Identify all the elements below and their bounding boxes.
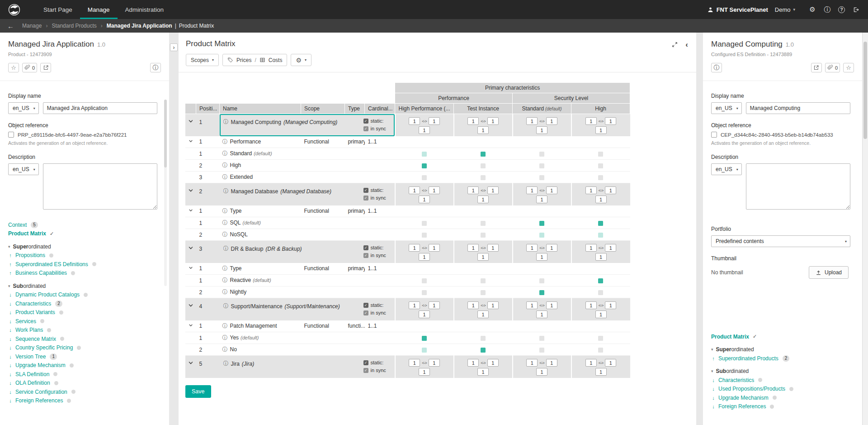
- info-icon[interactable]: ⓘ: [150, 63, 161, 72]
- cardinality-input[interactable]: [429, 186, 440, 194]
- cardinality-input[interactable]: [487, 117, 499, 125]
- cardinality-input[interactable]: [595, 196, 607, 203]
- cardinality-input[interactable]: [467, 186, 479, 194]
- matrix-cell[interactable]: [513, 148, 571, 160]
- matrix-cell[interactable]: [571, 172, 630, 183]
- cardinality-input[interactable]: [477, 310, 489, 318]
- matrix-cell[interactable]: [571, 160, 630, 172]
- matrix-cell[interactable]: [454, 160, 513, 172]
- option-name[interactable]: ⓘExtended: [220, 172, 301, 183]
- cardinality-input[interactable]: [546, 301, 557, 309]
- static-checkbox[interactable]: ✓static:: [363, 360, 392, 365]
- static-checkbox[interactable]: ✓static:: [363, 302, 392, 308]
- right-nav-item-foreign-references[interactable]: ↓Foreign References: [711, 402, 850, 411]
- column-header-type[interactable]: Type: [345, 104, 365, 114]
- cardinality-input[interactable]: [585, 359, 597, 367]
- cardinality-input[interactable]: [585, 244, 597, 252]
- left-nav-item-dynamic-product-catalogs[interactable]: ↓Dynamic Product Catalogs: [8, 291, 157, 300]
- cardinality-input[interactable]: [487, 186, 499, 194]
- option-name[interactable]: ⓘReactive(default): [220, 275, 301, 287]
- left-nav-item-business-capabilities[interactable]: ↑Business Capabilities: [8, 269, 157, 278]
- right-nav-item-product-matrix[interactable]: Product Matrix✓: [711, 332, 850, 341]
- cardinality-input[interactable]: [585, 186, 597, 194]
- cardinality-input[interactable]: [605, 301, 616, 309]
- cardinality-input[interactable]: [409, 359, 420, 367]
- cardinality-input[interactable]: [605, 186, 616, 194]
- save-button[interactable]: Save: [185, 385, 211, 398]
- right-nav-section-subordinated[interactable]: ▾Subordinated: [711, 367, 850, 376]
- matrix-cell[interactable]: [395, 229, 454, 241]
- cardinality-input[interactable]: [419, 253, 430, 261]
- matrix-settings-dropdown[interactable]: ⚙ ▾: [291, 54, 311, 66]
- characteristic-name[interactable]: ⓘPatch Management: [220, 320, 301, 332]
- chevron-down-icon[interactable]: [188, 360, 193, 366]
- info-icon[interactable]: ⓘ: [222, 220, 228, 226]
- left-nav-item-characteristics[interactable]: ↓Characteristics2: [8, 299, 157, 308]
- matrix-cell[interactable]: [513, 287, 571, 298]
- chevron-down-icon[interactable]: [188, 188, 193, 193]
- logout-icon[interactable]: [852, 7, 860, 13]
- insync-checkbox[interactable]: ✓in sync: [363, 368, 392, 373]
- matrix-cell[interactable]: [454, 148, 513, 160]
- cardinality-input[interactable]: [487, 359, 499, 367]
- left-nav-item-work-plans[interactable]: ↓Work Plans: [8, 326, 157, 335]
- info-icon[interactable]: ⓘ: [222, 150, 228, 157]
- matrix-cell[interactable]: [571, 148, 630, 160]
- language-select[interactable]: en_US ▾: [711, 102, 742, 114]
- right-nav-item-characteristics[interactable]: ↓Characteristics: [711, 376, 850, 385]
- matrix-cell[interactable]: [395, 217, 454, 229]
- column-header-cardinal[interactable]: Cardinal...: [365, 104, 395, 114]
- info-icon[interactable]: ⓘ: [222, 334, 228, 341]
- cardinality-input[interactable]: [595, 310, 607, 318]
- cardinality-input[interactable]: [467, 117, 479, 125]
- cardinality-input[interactable]: [409, 117, 420, 125]
- left-nav-item-service-configuration[interactable]: ↓Service Configuration: [8, 387, 157, 396]
- column-header-positi[interactable]: Positi...: [196, 104, 220, 114]
- left-nav-section-subordinated[interactable]: ▾Subordinated: [8, 282, 157, 291]
- info-icon[interactable]: ⓘ: [223, 118, 229, 126]
- cardinality-input[interactable]: [409, 244, 420, 252]
- option-name[interactable]: ⓘNightly: [220, 287, 301, 298]
- scrollbar-thumb[interactable]: [863, 42, 867, 139]
- left-nav-item-sequence-matrix[interactable]: ↓Sequence Matrix: [8, 334, 157, 344]
- cardinality-input[interactable]: [467, 244, 479, 252]
- user-menu[interactable]: FNT ServicePlanet: [708, 6, 768, 13]
- left-nav-item-ola-definition[interactable]: ↓OLA Definition: [8, 379, 157, 388]
- back-arrow-icon[interactable]: ←: [7, 22, 14, 30]
- matrix-cell[interactable]: [454, 332, 513, 344]
- cardinality-input[interactable]: [595, 368, 607, 376]
- left-nav-item-sla-definition[interactable]: ↓SLA Definition: [8, 370, 157, 379]
- matrix-cell[interactable]: [571, 287, 630, 298]
- info-icon[interactable]: ⓘ: [711, 63, 722, 72]
- language-select[interactable]: en_US ▾: [8, 102, 39, 114]
- info-icon[interactable]: ⓘ: [222, 162, 228, 168]
- chevron-down-icon[interactable]: [189, 139, 193, 143]
- object-reference-checkbox[interactable]: [711, 132, 717, 138]
- info-icon[interactable]: ⓘ: [223, 245, 229, 253]
- matrix-cell[interactable]: [395, 148, 454, 160]
- display-name-input[interactable]: [746, 102, 850, 114]
- matrix-cell[interactable]: [513, 229, 571, 241]
- cardinality-input[interactable]: [477, 196, 489, 203]
- info-icon[interactable]: ⓘ: [222, 277, 228, 283]
- info-icon[interactable]: ⓘ: [222, 346, 228, 353]
- window-scrollbar[interactable]: [862, 33, 868, 425]
- matrix-cell[interactable]: [395, 275, 454, 287]
- upload-button[interactable]: Upload: [809, 266, 849, 279]
- cardinality-input[interactable]: [546, 359, 557, 367]
- description-textarea[interactable]: [43, 163, 157, 210]
- cardinality-input[interactable]: [429, 117, 440, 125]
- attachments-icon[interactable]: 0: [22, 63, 37, 72]
- matrix-cell[interactable]: [571, 217, 630, 229]
- display-name-input[interactable]: [43, 102, 157, 114]
- cardinality-input[interactable]: [526, 301, 538, 309]
- left-nav-item-product-matrix[interactable]: Product Matrix✓: [8, 229, 157, 239]
- matrix-cell[interactable]: [513, 217, 571, 229]
- chevron-down-icon[interactable]: [188, 119, 193, 124]
- breadcrumb-link-manage[interactable]: Manage: [22, 23, 42, 29]
- chevron-down-icon[interactable]: [189, 208, 193, 213]
- info-icon[interactable]: ⓘ: [223, 360, 229, 368]
- info-icon[interactable]: ⓘ: [222, 323, 228, 329]
- cardinality-input[interactable]: [546, 186, 557, 194]
- cardinality-input[interactable]: [536, 196, 547, 203]
